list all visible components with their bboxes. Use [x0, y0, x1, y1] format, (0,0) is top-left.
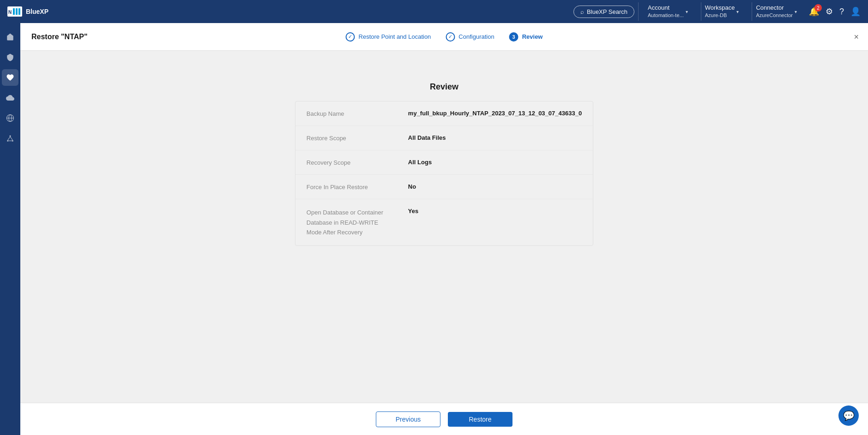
help-button[interactable]: ? — [839, 7, 844, 17]
review-row-force-restore: Force In Place Restore No — [295, 175, 593, 199]
search-button[interactable]: ⌕ BlueXP Search — [573, 6, 634, 18]
wizard-step-1: ✓ Restore Point and Location — [346, 32, 431, 42]
sidebar-item-home[interactable] — [2, 29, 18, 45]
close-button[interactable]: × — [854, 32, 859, 42]
svg-rect-4 — [18, 8, 20, 15]
user-button[interactable]: 👤 — [850, 6, 861, 17]
restore-button[interactable]: Restore — [448, 412, 512, 427]
workspace-menu[interactable]: Workspace Azure-DB ▾ — [701, 2, 743, 20]
svg-point-10 — [12, 140, 13, 142]
search-label: BlueXP Search — [587, 8, 627, 15]
page-content: Review Backup Name my_full_bkup_Hourly_N… — [20, 51, 868, 403]
svg-text:N: N — [8, 10, 12, 15]
wizard-steps: ✓ Restore Point and Location ✓ Configura… — [346, 32, 543, 42]
chat-bubble-button[interactable]: 💬 — [838, 405, 859, 426]
content-area: Restore "NTAP" ✓ Restore Point and Locat… — [20, 23, 868, 435]
step-2-check-icon: ✓ — [446, 32, 455, 42]
review-title: Review — [430, 69, 458, 101]
step-2-label: Configuration — [458, 33, 494, 40]
sidebar-item-shield[interactable] — [2, 49, 18, 66]
account-subtitle: Automation-te... — [648, 12, 684, 18]
review-row-open-db: Open Database or Container Database in R… — [295, 199, 593, 245]
netapp-logo-icon: N — [7, 6, 22, 17]
step-1-check-icon: ✓ — [346, 32, 355, 42]
sidebar — [0, 23, 20, 435]
connector-title: Connector — [756, 4, 793, 12]
svg-point-8 — [10, 135, 11, 137]
workspace-subtitle: Azure-DB — [705, 12, 735, 18]
step-3-label: Review — [522, 33, 543, 40]
search-icon: ⌕ — [580, 8, 584, 15]
step-3-number: 3 — [509, 32, 518, 42]
sidebar-item-nodes[interactable] — [2, 130, 18, 147]
svg-line-11 — [8, 137, 10, 140]
force-restore-label: Force In Place Restore — [307, 183, 408, 191]
previous-button[interactable]: Previous — [376, 411, 440, 427]
workspace-title: Workspace — [705, 4, 735, 12]
connector-chevron-icon: ▾ — [795, 9, 797, 14]
step-1-label: Restore Point and Location — [359, 33, 431, 40]
page-footer: Previous Restore — [20, 403, 868, 435]
svg-line-12 — [10, 137, 12, 140]
sidebar-item-cloud[interactable] — [2, 89, 18, 106]
wizard-step-3: 3 Review — [509, 32, 543, 42]
review-row-restore-scope: Restore Scope All Data Files — [295, 126, 593, 150]
workspace-chevron-icon: ▾ — [736, 9, 739, 14]
review-row-backup-name: Backup Name my_full_bkup_Hourly_NTAP_202… — [295, 101, 593, 126]
open-db-label-line-1: Open Database or Container — [307, 208, 408, 217]
sidebar-item-protection[interactable] — [2, 69, 18, 86]
notifications-button[interactable]: 🔔 2 — [809, 6, 819, 17]
sidebar-item-globe[interactable] — [2, 110, 18, 126]
backup-name-label: Backup Name — [307, 110, 408, 117]
backup-name-value: my_full_bkup_Hourly_NTAP_2023_07_13_12_0… — [408, 110, 582, 117]
open-db-label-line-3: Mode After Recovery — [307, 228, 408, 237]
account-title: Account — [648, 4, 684, 12]
restore-scope-label: Restore Scope — [307, 134, 408, 142]
account-menu[interactable]: Account Automation-te... ▾ — [644, 2, 692, 20]
open-db-label-line-2: Database in READ-WRITE — [307, 218, 408, 227]
open-db-value: Yes — [408, 208, 418, 215]
connector-subtitle: AzureConnector — [756, 12, 793, 18]
connector-menu[interactable]: Connector AzureConnector ▾ — [752, 2, 801, 20]
svg-rect-2 — [13, 8, 15, 15]
svg-rect-3 — [16, 8, 18, 15]
recovery-scope-label: Recovery Scope — [307, 159, 408, 166]
account-chevron-icon: ▾ — [686, 9, 688, 14]
svg-point-9 — [7, 140, 8, 142]
wizard-title: Restore "NTAP" — [31, 33, 88, 41]
wizard-header: Restore "NTAP" ✓ Restore Point and Locat… — [20, 23, 868, 51]
netapp-logo: N BlueXP — [7, 6, 48, 17]
review-card: Backup Name my_full_bkup_Hourly_NTAP_202… — [295, 101, 593, 246]
notification-badge: 2 — [814, 4, 822, 12]
product-name: BlueXP — [26, 8, 48, 15]
top-navigation: N BlueXP ⌕ BlueXP Search Account Automat… — [0, 0, 868, 23]
review-row-recovery-scope: Recovery Scope All Logs — [295, 150, 593, 175]
restore-scope-value: All Data Files — [408, 134, 446, 141]
chat-icon: 💬 — [843, 410, 855, 421]
open-db-label: Open Database or Container Database in R… — [307, 208, 408, 237]
recovery-scope-value: All Logs — [408, 159, 432, 166]
force-restore-value: No — [408, 183, 416, 190]
wizard-step-2: ✓ Configuration — [446, 32, 494, 42]
settings-button[interactable]: ⚙ — [826, 6, 833, 17]
